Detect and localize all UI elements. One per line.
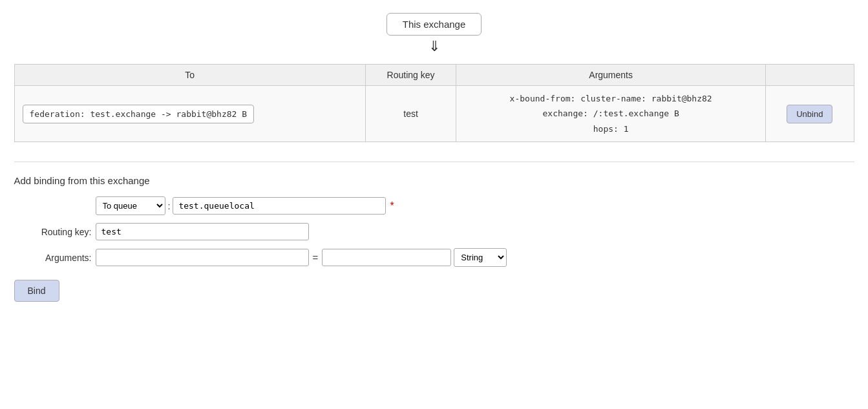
required-star: * — [390, 200, 394, 212]
routing-key-cell: test — [365, 86, 456, 142]
bind-button[interactable]: Bind — [14, 280, 59, 302]
col-header-to: To — [14, 65, 365, 86]
exchange-box: This exchange — [386, 13, 482, 36]
to-value: federation: test.exchange -> rabbit@bhz8… — [30, 109, 248, 119]
arguments-line3: hops: 1 — [464, 121, 757, 136]
arguments-value-input[interactable] — [322, 249, 451, 266]
col-header-routing-key: Routing key — [365, 65, 456, 86]
exchange-box-label: This exchange — [403, 19, 466, 30]
unbind-cell: Unbind — [766, 86, 854, 142]
routing-key-label: Routing key: — [14, 227, 92, 237]
table-row: federation: test.exchange -> rabbit@bhz8… — [14, 86, 854, 142]
arguments-key-input[interactable] — [96, 249, 309, 266]
bindings-table: To Routing key Arguments federation: tes… — [14, 64, 854, 142]
section-title: Add binding from this exchange — [14, 175, 854, 186]
to-queue-select[interactable]: To queue To exchange — [96, 196, 165, 215]
colon-separator: : — [168, 201, 171, 211]
routing-key-value: test — [403, 109, 418, 119]
add-binding-section: Add binding from this exchange To queue … — [14, 162, 854, 302]
routing-key-row: Routing key: — [14, 223, 854, 240]
col-header-arguments: Arguments — [456, 65, 766, 86]
equals-sign: = — [313, 252, 319, 263]
page-container: This exchange ⇓ To Routing key Arguments… — [14, 13, 854, 302]
arrow-down-icon: ⇓ — [429, 38, 440, 55]
arguments-cell: x-bound-from: cluster-name: rabbit@bhz82… — [456, 86, 766, 142]
to-cell: federation: test.exchange -> rabbit@bhz8… — [14, 86, 365, 142]
arguments-line2: exchange: /:test.exchange B — [464, 106, 757, 121]
to-queue-input[interactable] — [173, 197, 386, 215]
exchange-header: This exchange ⇓ — [14, 13, 854, 58]
to-queue-row: To queue To exchange : * — [14, 196, 854, 215]
unbind-button[interactable]: Unbind — [787, 105, 832, 123]
arguments-line1: x-bound-from: cluster-name: rabbit@bhz82 — [464, 91, 757, 106]
arguments-row: Arguments: = String Number Boolean — [14, 248, 854, 267]
routing-key-input[interactable] — [96, 223, 309, 240]
arguments-type-select[interactable]: String Number Boolean — [454, 248, 507, 267]
arguments-label: Arguments: — [14, 253, 92, 263]
col-header-actions — [766, 65, 854, 86]
to-value-box: federation: test.exchange -> rabbit@bhz8… — [23, 105, 255, 123]
bind-button-row: Bind — [14, 275, 854, 302]
